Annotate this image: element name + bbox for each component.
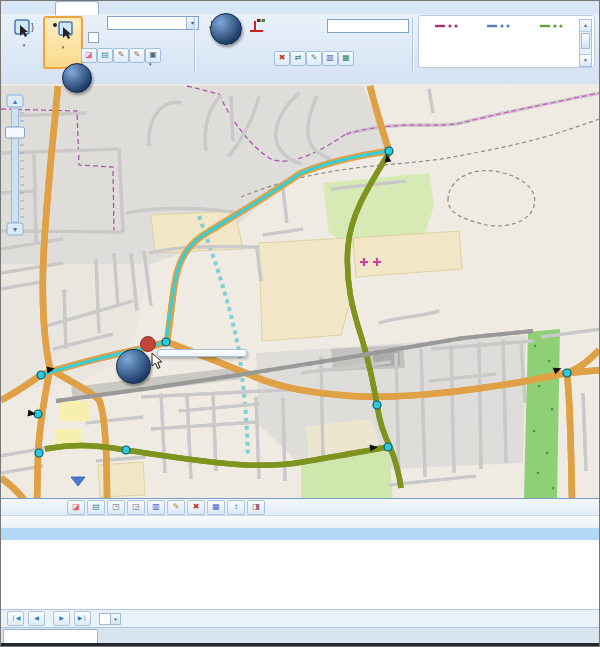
page-select-arrow-icon[interactable]: ▾ [110,614,120,624]
layer-dropdown-arrow-icon[interactable]: ▾ [186,17,198,29]
attribute-table-icon[interactable]: ▤ [87,500,105,515]
realign-overlapping-button[interactable] [472,20,528,64]
next-page-button[interactable]: ▶ [53,611,70,626]
select-dropdown-caret-icon[interactable]: ▾ [7,43,41,47]
zoom-out-icon: ▼ [12,226,19,233]
selected-point-marker[interactable] [141,337,156,352]
eraser-icon[interactable]: ◪ [67,500,85,515]
realign-route-icon [433,22,463,30]
line-events-icon [246,17,266,37]
zoom-slider-track[interactable] [12,108,19,222]
select-edit-alt-icon[interactable]: ✎ [129,48,145,63]
table-row[interactable] [1,528,600,540]
clear-selection-icon[interactable]: ◪ [81,48,97,63]
last-page-button[interactable]: ▶❘ [74,611,91,626]
callout-badge-1 [210,13,242,45]
first-page-button[interactable]: ❘◀ [7,611,24,626]
map-canvas[interactable]: ▲ ▼ [1,84,600,498]
tab-review[interactable] [103,1,157,14]
point-button[interactable]: ▾ [43,16,83,69]
ribbon-divider [194,17,196,73]
select-button[interactable]: } ▾ [7,18,41,68]
mouse-cursor-icon [150,352,164,370]
merge-events-icon[interactable]: ⇄ [290,51,306,66]
line-events-button[interactable] [239,17,273,71]
edit-icon[interactable]: ✎ [167,500,185,515]
return-attribute-set-checkbox[interactable] [88,32,99,43]
create-route-icon [538,22,568,30]
window-edge [1,643,600,647]
svg-text:}: } [31,22,34,32]
create-route-button[interactable] [530,20,576,64]
pagination-bar: ❘◀ ◀ ▶ ▶❘ ▾ [1,609,600,627]
table-toolbar: ◪ ▤ ◳ ◲ ▥ ✎ ✖ ▦ ↕ ◨ [1,499,600,515]
previous-page-button[interactable]: ◀ [28,611,45,626]
layer-dropdown[interactable]: ▾ [107,16,199,30]
edit-event-icon[interactable]: ✎ [306,51,322,66]
save-icon[interactable]: ▥ [147,500,165,515]
sort-icon[interactable]: ↕ [227,500,245,515]
select-edit2-icon[interactable]: ◲ [127,500,145,515]
select-tool-icon: } [12,18,36,40]
map-tooltip [157,349,247,357]
select-edit-icon[interactable]: ◳ [107,500,125,515]
callout-badge-2 [62,63,92,93]
scrollbar-thumb[interactable] [581,33,590,49]
tab-edit[interactable] [55,1,99,15]
event-grid-icon[interactable]: ▦ [338,51,354,66]
zoom-in-icon: ▲ [12,98,19,105]
point-dropdown-caret-icon[interactable]: ▾ [45,45,81,49]
redline-routes-panel [418,15,595,68]
ribbon-scrollbar[interactable]: ▲ ▼ [579,19,592,67]
event-editor-window: } ▾ ▾ ▾ ◪ ▤ ✎ ✎ ▣ ▾ [0,0,600,647]
attribute-table-panel: ◪ ▤ ◳ ◲ ▥ ✎ ✖ ▦ ↕ ◨ [1,498,600,609]
zoom-slider-handle[interactable] [6,127,25,138]
ribbon-divider [412,17,414,73]
export-icon[interactable]: ◨ [247,500,265,515]
bottom-tab-bar [1,627,600,644]
event-form-icon[interactable]: ▥ [322,51,338,66]
attribute-table-icon[interactable]: ▤ [97,48,113,63]
callout-badge-3 [116,349,151,384]
delete-event-icon[interactable]: ✖ [274,51,290,66]
table-icon[interactable]: ▦ [207,500,225,515]
tab-event-attributes[interactable] [3,629,98,644]
select-edit-icon[interactable]: ✎ [113,48,129,63]
realign-overlapping-icon [485,22,515,30]
scroll-up-icon[interactable]: ▲ [580,20,591,32]
map-viewport[interactable]: ▲ ▼ [1,84,600,498]
attribute-set-dropdown[interactable] [327,19,409,33]
selection-more-caret-icon[interactable]: ▾ [149,61,152,67]
selectable-layers-icon[interactable]: ▣ [145,48,161,63]
point-tool-icon [51,20,75,42]
page-number-select[interactable]: ▾ [99,613,121,625]
scroll-down-icon[interactable]: ▼ [580,54,591,66]
realign-route-button[interactable] [426,20,470,64]
tab-map[interactable] [17,1,53,14]
delete-icon[interactable]: ✖ [187,500,205,515]
ribbon-tab-bar [1,1,600,14]
